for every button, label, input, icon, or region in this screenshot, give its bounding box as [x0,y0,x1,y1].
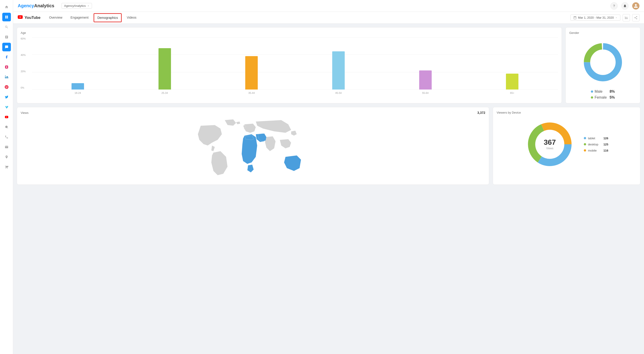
bar-18-24 [34,83,121,90]
map-svg [21,117,485,181]
sidebar-item-vimeo[interactable] [2,103,11,111]
y-axis: 0% 20% 40% 60% [21,37,26,90]
mobile-dot [584,149,586,152]
age-card: Age 0% 20% 40% 60% [17,27,562,103]
row-2: Views 3,372 [17,107,640,185]
svg-point-4 [5,126,8,128]
sidebar-item-mail[interactable] [2,143,11,151]
user-avatar[interactable] [632,2,640,10]
sidebar-item-messages[interactable] [2,43,11,51]
views-header: Views 3,372 [21,111,485,115]
chart-icon [624,16,628,20]
bar-35-44 [208,56,295,90]
bar-25-34 [121,48,208,90]
avatar-icon [634,4,638,8]
date-range-label: Mar 1, 2020 - Mar 31, 2020 [578,16,614,19]
content-area: Age 0% 20% 40% 60% [13,24,644,354]
tab-engagement[interactable]: Engagement [66,12,93,24]
tab-overview[interactable]: Overview [45,12,66,24]
female-dot [591,96,593,99]
app-logo: AgencyAnalytics [18,3,54,9]
logo-agency: Agency [18,3,34,8]
bar-65plus [469,74,556,90]
bar-45-54 [295,51,382,90]
sidebar-item-twitter[interactable] [2,93,11,101]
device-views-label: Views [544,147,556,150]
sidebar-item-facebook[interactable] [2,53,11,61]
svg-point-2 [5,76,6,76]
help-icon: ? [613,4,615,8]
sidebar-item-pinterest[interactable] [2,83,11,91]
svg-line-5 [7,128,8,128]
sidebar-item-cart[interactable] [2,163,11,171]
share-button[interactable] [632,14,640,21]
sidebar-item-analytics[interactable] [2,123,11,131]
device-donut-chart: 367 Views [525,119,575,169]
dropdown-chevron-icon [87,5,90,7]
age-chart-title: Age [21,31,558,35]
logo-analytics: Analytics [34,3,54,8]
sidebar-item-reports[interactable] [2,33,11,41]
bar-55-64 [382,71,469,90]
sidebar-item-linkedin[interactable] [2,73,11,81]
sidebar-item-phone[interactable] [2,133,11,141]
legend-mobile: mobile 116 [584,149,608,152]
world-map [21,117,485,181]
notifications-button[interactable] [621,2,628,10]
share-icon [634,16,638,20]
device-content: 367 Views tablet 126 desktop [496,117,636,169]
gender-legend: Male 8% Female 5% [591,90,615,100]
subnav-brand: YouTube [18,15,40,20]
views-title: Views [21,111,28,115]
sidebar-item-instagram[interactable] [2,63,11,71]
legend-female: Female 5% [591,95,615,100]
help-button[interactable]: ? [610,2,618,10]
desktop-dot [584,143,586,145]
youtube-brand-icon [18,15,23,20]
male-dot [591,90,593,93]
subnav-tabs: Overview Engagement Demographics Videos [45,12,140,24]
tab-demographics[interactable]: Demographics [94,13,122,22]
legend-male: Male 8% [591,90,615,94]
bell-icon [623,4,627,8]
date-chevron-icon [615,17,618,19]
main-container: AgencyAnalytics AgencyAnalytics ? YouTub… [13,0,644,354]
device-legend: tablet 126 desktop 125 mobile 116 [584,137,608,152]
agency-dropdown[interactable]: AgencyAnalytics [62,3,92,9]
agency-dropdown-label: AgencyAnalytics [64,4,86,8]
subnav-right: Mar 1, 2020 - Mar 31, 2020 [570,14,640,21]
legend-tablet: tablet 126 [584,137,608,140]
gender-donut-chart [580,40,626,85]
tablet-dot [584,137,586,139]
chart-view-button[interactable] [623,14,630,21]
sidebar-item-location[interactable] [2,153,11,161]
views-count: 3,372 [477,111,485,115]
tab-videos[interactable]: Videos [122,12,140,24]
sidebar-item-home[interactable] [2,3,11,11]
nav-right: ? [610,2,640,10]
svg-point-9 [590,50,616,75]
sidebar-item-dashboard[interactable] [2,13,11,21]
device-card: Viewers by Device 367 [493,107,640,185]
age-bar-chart: 0% 20% 40% 60% [21,37,558,96]
sidebar-item-search[interactable] [2,23,11,31]
sidebar [0,0,13,354]
x-labels: 18-24 25-34 35-44 45-54 55-64 65+ [32,90,558,96]
row-1: Age 0% 20% 40% 60% [17,27,640,103]
gender-chart-title: Gender [569,31,636,35]
calendar-icon [574,16,576,19]
legend-desktop: desktop 125 [584,143,608,146]
subnav-title: YouTube [24,16,40,20]
bars-container [32,37,558,90]
top-navbar: AgencyAnalytics AgencyAnalytics ? [13,0,644,12]
device-total: 367 [544,139,556,146]
date-range-button[interactable]: Mar 1, 2020 - Mar 31, 2020 [570,15,620,21]
device-title: Viewers by Device [496,111,636,114]
sidebar-item-youtube[interactable] [2,113,11,121]
views-map-card: Views 3,372 [17,107,489,185]
gender-card: Gender Male 8% [566,27,640,103]
sub-navbar: YouTube Overview Engagement Demographics… [13,12,644,24]
device-center-label: 367 Views [544,139,556,150]
